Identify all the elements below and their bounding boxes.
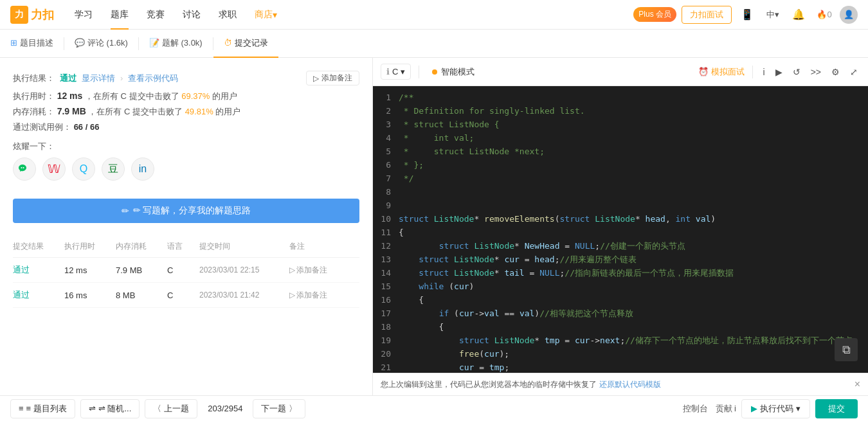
right-panel: ℹ C ▾ 智能模式 ⏰ 模拟面试 i ▶ ↺ >> ⚙ ⤢ — [373, 58, 868, 395]
code-line: 16 { — [373, 294, 868, 307]
sub-lang-2: C — [167, 291, 199, 300]
plus-badge[interactable]: Plus 会员 — [633, 7, 676, 22]
nav-item-discuss[interactable]: 讨论 — [175, 0, 208, 30]
code-line: 21 cur = tmp; — [373, 361, 868, 373]
bottom-bar: ≡ ≡ 题目列表 ⇌ ⇌ 随机... 〈 上一题 203/2954 下一题 〉 … — [0, 395, 868, 421]
random-icon: ⇌ — [89, 404, 96, 413]
share-wechat[interactable] — [13, 157, 36, 181]
col-mem: 内存消耗 — [116, 241, 167, 252]
submission-section: 提交结果 执行用时 内存消耗 语言 提交时间 备注 通过 12 ms 7.9 M… — [13, 236, 359, 308]
svg-point-1 — [23, 167, 24, 168]
sub-note-btn-1[interactable]: ▷ 添加备注 — [289, 265, 341, 276]
tab-sub-icon: ⏱ — [224, 38, 232, 48]
console-link[interactable]: 控制台 — [683, 403, 708, 415]
share-icons: 𝕎 Q 豆 in — [13, 157, 359, 181]
mode-label: 智能模式 — [441, 66, 475, 78]
separator-text: › — [120, 73, 123, 83]
logo-text: 力扣 — [31, 7, 54, 22]
sub-date-1: 2023/03/01 22:15 — [199, 265, 289, 274]
prev-problem-button[interactable]: 〈 上一题 — [145, 399, 197, 418]
table-row: 通过 16 ms 8 MB C 2023/03/01 21:42 ▷ 添加备注 — [13, 283, 359, 308]
alarm-icon: ⏰ — [698, 67, 709, 76]
nav-item-contest[interactable]: 竞赛 — [139, 0, 172, 30]
code-line: 14 struct ListNode* tail = NULL;//指向新链表的… — [373, 267, 868, 280]
tab-submissions[interactable]: ⏱ 提交记录 — [213, 30, 278, 58]
avatar[interactable]: 👤 — [840, 6, 858, 24]
sub-mem-1: 7.9 MB — [116, 265, 167, 275]
main-content: 执行结果： 通过 显示详情 › 查看示例代码 ▷ 添加备注 执行用时： 12 m… — [0, 58, 868, 395]
refresh-btn[interactable]: ↺ — [790, 64, 803, 80]
language-icon[interactable]: 中▾ — [763, 4, 783, 25]
svg-point-0 — [21, 167, 23, 168]
mode-selector[interactable]: 智能模式 — [427, 64, 480, 80]
mock-interview-button[interactable]: ⏰ 模拟面试 — [698, 66, 745, 78]
second-nav: ⊞ 题目描述 💬 评论 (1.6k) 📝 题解 (3.0k) ⏱ 提交记录 — [0, 30, 868, 58]
nav-item-store[interactable]: 商店 ▾ — [247, 0, 285, 30]
sub-mem-2: 8 MB — [116, 291, 167, 300]
code-area[interactable]: 1 /** 2 * Definition for singly-linked l… — [373, 86, 868, 373]
next-problem-button[interactable]: 下一题 〉 — [253, 399, 305, 418]
sub-result-1[interactable]: 通过 — [13, 264, 64, 276]
run-dropdown-icon: ▾ — [796, 404, 800, 413]
restore-link[interactable]: 还原默认代码模版 — [599, 379, 661, 390]
left-panel: 执行结果： 通过 显示详情 › 查看示例代码 ▷ 添加备注 执行用时： 12 m… — [0, 58, 373, 395]
notification-icon[interactable]: 🔔 — [788, 4, 809, 25]
code-line: 13 struct ListNode* cur = head;//用来遍历整个链… — [373, 253, 868, 267]
tab-comments[interactable]: 💬 评论 (1.6k) — [64, 30, 138, 58]
settings-btn[interactable]: ⚙ — [829, 64, 842, 80]
col-date: 提交时间 — [199, 241, 289, 252]
write-solution-button[interactable]: ✏ ✏ 写题解，分享我的解题思路 — [13, 199, 359, 223]
show-detail-link[interactable]: 显示详情 — [82, 73, 115, 84]
tab-description[interactable]: ⊞ 题目描述 — [0, 30, 64, 58]
example-code-link[interactable]: 查看示例代码 — [128, 73, 178, 84]
interview-button[interactable]: 力扣面试 — [682, 6, 732, 24]
tab-desc-icon: ⊞ — [10, 38, 17, 48]
prev-icon: 〈 — [153, 403, 161, 415]
contribute-link[interactable]: 贡献 i — [716, 403, 737, 415]
col-time: 执行用时 — [64, 241, 116, 252]
share-section: 炫耀一下： 𝕎 Q 豆 in — [13, 141, 359, 191]
share-weibo[interactable]: 𝕎 — [42, 157, 66, 181]
nav-item-problems[interactable]: 题库 — [103, 0, 136, 30]
code-toolbar: ℹ C ▾ 智能模式 ⏰ 模拟面试 i ▶ ↺ >> ⚙ ⤢ — [373, 58, 868, 86]
share-qq[interactable]: Q — [72, 157, 95, 181]
share-linkedin[interactable]: in — [131, 157, 154, 181]
page-indicator: 203/2954 — [203, 404, 248, 413]
code-line: 2 * Definition for singly-linked list. — [373, 105, 868, 118]
table-row: 通过 12 ms 7.9 MB C 2023/03/01 22:15 ▷ 添加备… — [13, 258, 359, 283]
run-code-button[interactable]: ▶ 执行代码 ▾ — [741, 399, 810, 418]
random-button[interactable]: ⇌ ⇌ 随机... — [80, 399, 140, 418]
share-label: 炫耀一下： — [13, 141, 359, 152]
nav-item-study[interactable]: 学习 — [67, 0, 100, 30]
code-line: 17 if (cur->val == val)//相等就把这个节点释放 — [373, 307, 868, 321]
language-selector[interactable]: ℹ C ▾ — [381, 64, 411, 80]
problem-list-button[interactable]: ≡ ≡ 题目列表 — [10, 399, 75, 418]
tab-solutions[interactable]: 📝 题解 (3.0k) — [139, 30, 213, 58]
fullscreen-btn[interactable]: ⤢ — [847, 64, 860, 80]
sub-result-2[interactable]: 通过 — [13, 289, 64, 301]
sub-note-btn-2[interactable]: ▷ 添加备注 — [289, 290, 341, 301]
skip-btn[interactable]: >> — [808, 64, 824, 80]
nav-item-jobs[interactable]: 求职 — [211, 0, 244, 30]
logo[interactable]: 力 力扣 — [10, 6, 54, 24]
restore-close-button[interactable]: × — [854, 379, 860, 390]
info-btn[interactable]: i — [761, 64, 768, 80]
submission-table-header: 提交结果 执行用时 内存消耗 语言 提交时间 备注 — [13, 236, 359, 258]
add-note-button[interactable]: ▷ 添加备注 — [306, 71, 359, 85]
play-btn[interactable]: ▶ — [773, 64, 785, 80]
time-perf-row: 执行用时： 12 ms ，在所有 C 提交中击败了 69.37% 的用户 — [13, 91, 359, 102]
copy-float-button[interactable]: ⧉ — [835, 338, 858, 361]
mode-dot — [432, 69, 437, 75]
add-note-icon: ▷ — [313, 74, 319, 83]
result-section: 执行结果： 通过 显示详情 › 查看示例代码 ▷ 添加备注 执行用时： 12 m… — [13, 71, 359, 133]
lang-label: C — [392, 67, 398, 76]
share-douban[interactable]: 豆 — [102, 157, 125, 181]
code-line: 11 { — [373, 226, 868, 240]
toolbar-sep-2 — [752, 66, 753, 78]
fire-icon[interactable]: 🔥 0 — [814, 4, 835, 25]
device-icon[interactable]: 📱 — [737, 4, 757, 25]
restore-bar: 您上次编辑到这里，代码已从您浏览器本地的临时存储中恢复了 还原默认代码模版 × — [373, 373, 868, 395]
result-status: 通过 — [60, 73, 77, 84]
submit-button[interactable]: 提交 — [815, 399, 858, 418]
sub-lang-1: C — [167, 265, 199, 275]
